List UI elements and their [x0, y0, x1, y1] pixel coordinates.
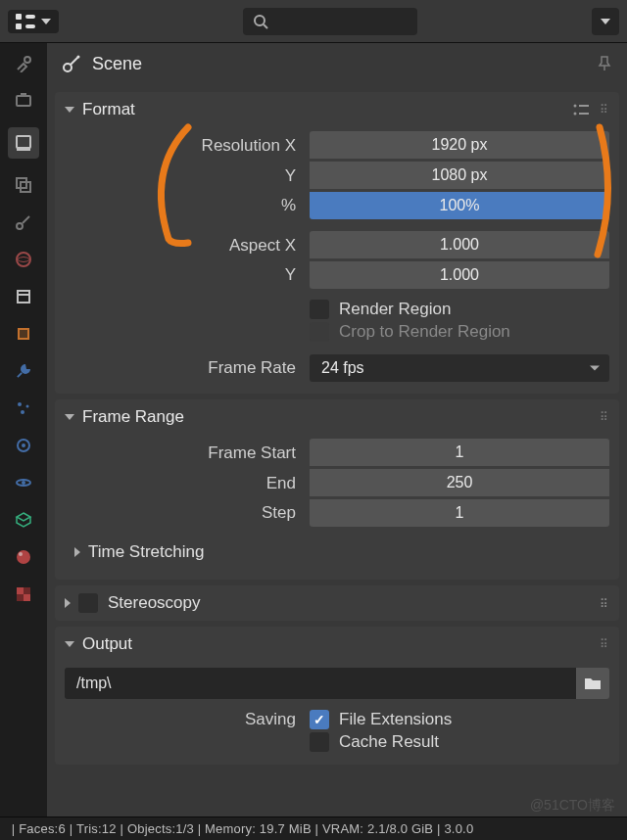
presets-icon[interactable]	[572, 103, 590, 117]
drag-handle-icon[interactable]: ⠿	[600, 597, 609, 611]
drag-handle-icon[interactable]: ⠿	[600, 410, 609, 424]
svg-rect-37	[579, 113, 589, 115]
field-frame-step[interactable]: 1	[310, 499, 609, 527]
panel-stereoscopy: Stereoscopy ⠿	[55, 585, 619, 621]
panel-title: Format	[82, 100, 135, 119]
status-faces: Faces:6	[19, 821, 66, 836]
svg-rect-1	[16, 23, 22, 29]
tab-particles[interactable]	[13, 397, 34, 419]
browse-folder-button[interactable]	[576, 668, 609, 699]
tab-view-layer[interactable]	[13, 174, 34, 196]
tab-texture[interactable]	[13, 583, 34, 605]
pin-icon[interactable]	[596, 55, 613, 72]
properties-main: Scene Format ⠿ Resolution X1920 px Y1080…	[47, 43, 627, 817]
watermark: @51CTO博客	[530, 797, 615, 815]
checkbox-file-extensions[interactable]: ✓	[310, 710, 329, 729]
status-bar: | Faces:6 | Tris:12 | Objects:1/3 | Memo…	[0, 817, 627, 840]
label-frame-rate: Frame Rate	[65, 358, 310, 378]
panel-format: Format ⠿ Resolution X1920 px Y1080 px %1…	[55, 92, 619, 394]
tab-render[interactable]	[13, 90, 34, 112]
svg-point-14	[17, 253, 30, 266]
tab-output[interactable]	[8, 127, 39, 159]
field-resolution-pct[interactable]: 100%	[310, 192, 609, 219]
scene-icon	[61, 53, 82, 74]
svg-point-36	[574, 113, 577, 116]
scene-name[interactable]: Scene	[92, 54, 142, 74]
search-input[interactable]	[243, 8, 417, 35]
svg-point-4	[255, 16, 265, 25]
options-dropdown[interactable]	[592, 8, 619, 35]
chevron-down-icon	[601, 19, 610, 24]
tab-scene[interactable]	[13, 211, 34, 233]
label-resolution-y: Y	[65, 166, 310, 186]
checkbox-crop-region[interactable]	[310, 322, 329, 342]
svg-point-23	[22, 443, 25, 447]
tab-material[interactable]	[13, 546, 34, 568]
field-aspect-y[interactable]: 1.000	[310, 261, 609, 289]
panel-title: Output	[82, 634, 132, 654]
status-tris: Tris:12	[76, 821, 117, 836]
field-resolution-y[interactable]: 1080 px	[310, 162, 609, 189]
field-aspect-x[interactable]: 1.000	[310, 231, 609, 258]
subpanel-time-stretching[interactable]: Time Stretching	[65, 535, 609, 570]
top-bar	[0, 0, 627, 43]
panel-stereoscopy-header[interactable]: Stereoscopy ⠿	[55, 585, 619, 621]
properties-editor-icon	[16, 14, 37, 29]
svg-rect-30	[24, 587, 30, 594]
svg-rect-15	[18, 291, 29, 303]
tab-physics[interactable]	[13, 435, 34, 456]
status-objects: Objects:1/3	[127, 821, 194, 836]
label-file-extensions: File Extensions	[339, 710, 452, 729]
chevron-right-icon	[65, 598, 71, 608]
drag-handle-icon[interactable]: ⠿	[600, 637, 609, 651]
field-output-path[interactable]: /tmp\	[65, 668, 576, 699]
field-frame-end[interactable]: 250	[310, 469, 609, 496]
tab-modifiers[interactable]	[13, 360, 34, 382]
svg-point-33	[77, 56, 80, 59]
editor-type-dropdown[interactable]	[8, 10, 59, 33]
checkbox-cache-result[interactable]	[310, 732, 329, 752]
svg-point-20	[26, 405, 29, 408]
label-aspect-x: Aspect X	[65, 236, 310, 256]
tab-world[interactable]	[13, 249, 34, 270]
tab-tool[interactable]	[13, 53, 34, 74]
body: Scene Format ⠿ Resolution X1920 px Y1080…	[0, 43, 627, 817]
panel-output: Output ⠿ /tmp\ Saving✓File Extensions Ca…	[55, 627, 619, 765]
status-version: 3.0.0	[444, 821, 473, 836]
checkbox-render-region[interactable]	[310, 300, 329, 319]
datablock-header: Scene	[47, 43, 627, 88]
svg-rect-3	[25, 24, 35, 28]
subpanel-title: Time Stretching	[88, 542, 204, 562]
tab-object[interactable]	[13, 323, 34, 345]
svg-point-32	[64, 64, 72, 71]
svg-point-13	[17, 223, 23, 229]
tab-constraints[interactable]	[13, 472, 34, 493]
tab-collection[interactable]	[13, 286, 34, 307]
panel-frame-range: Frame Range ⠿ Frame Start1 End250 Step1 …	[55, 399, 619, 580]
svg-rect-7	[17, 96, 30, 106]
svg-rect-17	[19, 329, 28, 339]
status-memory: Memory: 19.7 MiB	[205, 821, 312, 836]
checkbox-stereoscopy[interactable]	[78, 593, 98, 613]
panel-frame-range-header[interactable]: Frame Range ⠿	[55, 399, 619, 435]
status-vram: VRAM: 2.1/8.0 GiB	[322, 821, 433, 836]
field-frame-start[interactable]: 1	[310, 439, 609, 466]
svg-point-21	[21, 410, 24, 414]
panel-title: Stereoscopy	[108, 593, 201, 613]
panel-output-header[interactable]: Output ⠿	[55, 627, 619, 662]
drag-handle-icon[interactable]: ⠿	[600, 103, 609, 117]
svg-rect-9	[17, 136, 30, 148]
svg-rect-8	[21, 93, 26, 96]
label-resolution-pct: %	[65, 196, 310, 215]
label-frame-end: End	[65, 474, 310, 493]
tab-data[interactable]	[13, 509, 34, 531]
svg-point-26	[17, 550, 30, 564]
chevron-down-icon	[65, 107, 74, 113]
dropdown-frame-rate[interactable]: 24 fps	[310, 354, 609, 382]
panel-format-header[interactable]: Format ⠿	[55, 92, 619, 127]
chevron-down-icon	[41, 19, 51, 24]
field-resolution-x[interactable]: 1920 px	[310, 131, 609, 159]
label-crop-region: Crop to Render Region	[339, 322, 510, 342]
svg-point-27	[19, 552, 23, 556]
folder-icon	[584, 677, 602, 690]
